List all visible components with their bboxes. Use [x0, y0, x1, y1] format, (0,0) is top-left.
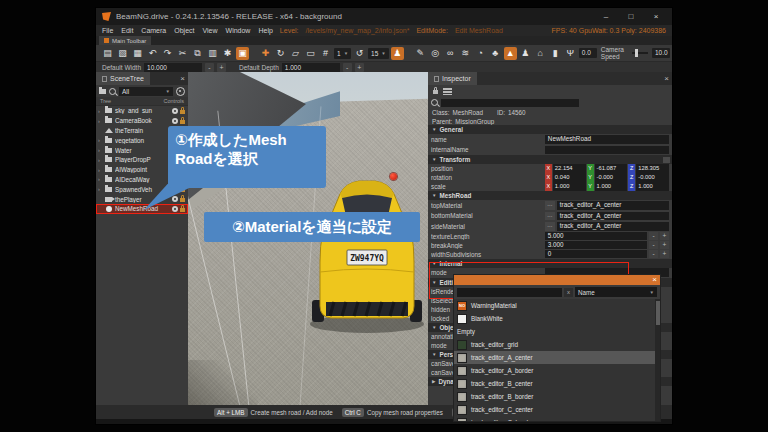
- layout-icon[interactable]: [443, 88, 452, 95]
- camera-speed-min-field[interactable]: 0.0: [579, 48, 597, 58]
- transform-options-button[interactable]: [663, 157, 670, 163]
- visibility-eye-icon[interactable]: [172, 118, 178, 124]
- menu-object[interactable]: Object: [174, 27, 194, 34]
- road-tool-icon[interactable]: ≋: [459, 47, 472, 60]
- copy-icon[interactable]: ⧉: [191, 47, 204, 60]
- editmode-value[interactable]: Edit MeshRoad: [455, 27, 503, 34]
- snap-rotate-icon[interactable]: ↺: [353, 47, 366, 60]
- width-plus-button[interactable]: +: [217, 63, 226, 72]
- snap-angle-select[interactable]: 15▼: [368, 48, 389, 59]
- lock-icon[interactable]: [180, 208, 185, 212]
- scale-z-field[interactable]: 1.000: [636, 182, 669, 191]
- visibility-eye-icon[interactable]: [172, 196, 178, 202]
- save-icon[interactable]: ▦: [131, 47, 144, 60]
- position-x-field[interactable]: 22.154: [553, 164, 586, 173]
- name-field[interactable]: NewMeshRoad: [545, 135, 669, 144]
- menu-window[interactable]: Window: [226, 27, 251, 34]
- expander-icon[interactable]: ›: [98, 167, 102, 173]
- depth-minus-button[interactable]: -: [343, 63, 352, 72]
- snap-size-select[interactable]: 1▼: [334, 48, 351, 59]
- material-track_editor_b_border[interactable]: track_editor_B_border: [454, 390, 655, 403]
- width-minus-button[interactable]: -: [205, 63, 214, 72]
- object-target-icon[interactable]: ◎: [429, 47, 442, 60]
- redo-icon[interactable]: ↷: [161, 47, 174, 60]
- internalname-field[interactable]: [545, 146, 669, 155]
- minus-button[interactable]: -: [649, 232, 658, 241]
- topmaterial-field[interactable]: track_editor_A_center: [557, 201, 669, 210]
- browse-material-button[interactable]: ...: [545, 222, 555, 231]
- minimize-button[interactable]: –: [596, 8, 616, 25]
- popup-scrollbar[interactable]: [655, 299, 660, 421]
- locate-object-icon[interactable]: [176, 87, 185, 96]
- plus-button[interactable]: +: [660, 250, 669, 259]
- tree-item-sky_and_sun[interactable]: ›sky_and_sun: [96, 106, 188, 116]
- inspector-tab[interactable]: Inspector: [428, 72, 477, 85]
- expander-icon[interactable]: ›: [98, 118, 102, 124]
- material-track_editor_a_center[interactable]: track_editor_A_center: [454, 351, 655, 364]
- paste-icon[interactable]: ▥: [206, 47, 219, 60]
- sidematerial-field[interactable]: track_editor_A_center: [557, 222, 669, 231]
- open-folder-icon[interactable]: ▧: [116, 47, 129, 60]
- level-value[interactable]: /levels/my_new_map_2/info.json*: [306, 27, 410, 34]
- inspector-search-input[interactable]: [441, 99, 579, 107]
- rotate-tool-icon[interactable]: ↻: [274, 47, 287, 60]
- camera-speed-value-field[interactable]: 10.0: [652, 48, 670, 58]
- expander-icon[interactable]: ›: [98, 108, 102, 114]
- asset-browser-icon[interactable]: ▣: [236, 47, 249, 60]
- inspector-close-button[interactable]: ×: [664, 72, 669, 85]
- popup-title-bar[interactable]: ×: [454, 275, 660, 285]
- lock-icon[interactable]: [180, 120, 185, 124]
- section-internal[interactable]: ▼ Internal: [428, 259, 672, 268]
- breakangle-field[interactable]: 3.000: [545, 241, 647, 250]
- section-meshroad[interactable]: ▼ MeshRoad: [428, 191, 672, 200]
- building-tool-icon[interactable]: ⌂: [534, 47, 547, 60]
- slider-knob[interactable]: [635, 49, 638, 57]
- scenetree-close-button[interactable]: ×: [180, 72, 185, 85]
- material-warningmaterial[interactable]: NOWarningMaterial: [454, 299, 655, 312]
- main-toolbar-tab[interactable]: Main Toolbar: [99, 36, 151, 45]
- position-z-field[interactable]: 128.305: [636, 164, 669, 173]
- scale-y-field[interactable]: 1.000: [595, 182, 628, 191]
- scale-x-field[interactable]: 1.000: [553, 182, 586, 191]
- scenetree-tab[interactable]: SceneTree: [96, 72, 150, 85]
- search-icon[interactable]: [109, 88, 116, 95]
- minus-button[interactable]: -: [649, 241, 658, 250]
- widthsubdivisions-field[interactable]: 0: [545, 250, 647, 259]
- scale-tool-icon[interactable]: ▱: [289, 47, 302, 60]
- expander-icon[interactable]: ›: [98, 147, 102, 153]
- expander-icon[interactable]: ›: [98, 176, 102, 182]
- lock-icon[interactable]: [180, 198, 185, 202]
- tree-item-theplayer[interactable]: thePlayer: [96, 194, 188, 204]
- yellow-car[interactable]: ZW947YQ: [306, 164, 428, 336]
- menu-view[interactable]: View: [202, 27, 217, 34]
- material-track_editor_b_center[interactable]: track_editor_B_center: [454, 377, 655, 390]
- material-search-input[interactable]: [457, 288, 562, 297]
- parent-value[interactable]: MissionGroup: [455, 118, 494, 125]
- menu-edit[interactable]: Edit: [121, 27, 133, 34]
- menu-camera[interactable]: Camera: [141, 27, 166, 34]
- scenetree-filter-select[interactable]: All ▼: [119, 87, 173, 96]
- popup-close-icon[interactable]: ×: [652, 275, 657, 285]
- undo-icon[interactable]: ↶: [146, 47, 159, 60]
- draw-pen-icon[interactable]: ✎: [414, 47, 427, 60]
- snap-grid-icon[interactable]: #: [319, 47, 332, 60]
- material-track_editor_a_border[interactable]: track_editor_A_border: [454, 364, 655, 377]
- material-blankwhite[interactable]: BlankWhite: [454, 312, 655, 325]
- terrain-tool-icon[interactable]: ▲: [504, 47, 517, 60]
- section-transform[interactable]: ▼ Transform: [428, 155, 672, 164]
- tree-item-camerabook[interactable]: ›CameraBook: [96, 116, 188, 126]
- visibility-eye-icon[interactable]: [172, 206, 178, 212]
- texturelength-field[interactable]: 5.000: [545, 232, 647, 241]
- material-track_editor_grid[interactable]: track_editor_grid: [454, 338, 655, 351]
- expander-icon[interactable]: ›: [98, 137, 102, 143]
- browse-material-button[interactable]: ...: [545, 201, 555, 210]
- visibility-eye-icon[interactable]: [172, 108, 178, 114]
- section-general[interactable]: ▼ General: [428, 125, 672, 134]
- settings-gear-icon[interactable]: ✱: [221, 47, 234, 60]
- close-button[interactable]: ×: [646, 8, 666, 25]
- new-group-folder-icon[interactable]: [99, 89, 106, 94]
- maximize-button[interactable]: □: [621, 8, 641, 25]
- antenna-tool-icon[interactable]: Ψ: [564, 47, 577, 60]
- expander-icon[interactable]: ›: [98, 186, 102, 192]
- circle-tool-icon[interactable]: ◔: [474, 47, 487, 60]
